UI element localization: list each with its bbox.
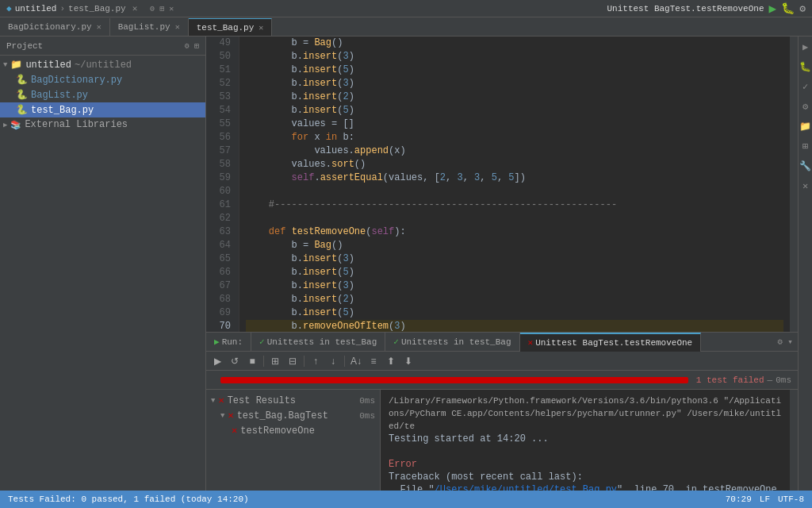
right-icon-5[interactable]: 📁 (798, 119, 812, 134)
prev-fail-btn[interactable]: ↑ (308, 353, 324, 369)
unittests1-icon: ✓ (259, 337, 265, 347)
code-line-53: b.insert(2) (246, 90, 783, 104)
unittest-remove-icon: ✕ (528, 337, 534, 348)
testbag-file-icon: 🐍 (16, 104, 28, 116)
tab-label-baglist: BagList.py (118, 22, 170, 32)
next-fail-btn[interactable]: ↓ (325, 353, 341, 369)
right-icon-8[interactable]: ✕ (801, 179, 810, 194)
tab-close-bagdictionary[interactable]: ✕ (97, 22, 102, 32)
ln-68: 68 (206, 293, 234, 306)
bottom-tab-unittests1-label: Unittests in test_Bag (267, 337, 377, 347)
sidebar-title: Project (6, 41, 43, 51)
code-line-70: b.removeOneOfItem(3) (246, 320, 783, 332)
code-line-56: for x in b: (246, 131, 783, 144)
stop-btn[interactable]: ■ (244, 353, 260, 369)
test-tree-results[interactable]: ▼ ✕ Test Results 0ms (206, 393, 380, 408)
ln-53: 53 (206, 90, 234, 104)
bottom-tab-run[interactable]: ▶ Run: (206, 333, 251, 352)
bottom-tab-unittests1[interactable]: ✓ Unittests in test_Bag (251, 333, 385, 352)
results-chevron: ▼ (211, 397, 215, 405)
debug-button[interactable]: 🐛 (781, 2, 795, 15)
output-error-label: Error (389, 458, 782, 471)
results-time: 0ms (359, 396, 375, 406)
filter-btn[interactable]: ≡ (366, 353, 381, 369)
right-icon-4[interactable]: ⚙ (801, 99, 810, 114)
code-line-59: self.assertEqual(values, [2, 3, 3, 5, 5]… (246, 171, 783, 185)
output-scrollbar[interactable] (790, 390, 798, 491)
bottom-settings[interactable]: ⚙ ▾ (772, 337, 798, 347)
tab-close-baglist[interactable]: ✕ (175, 22, 180, 32)
right-icon-1[interactable]: ▶ (801, 40, 810, 55)
bagtest-time: 0ms (359, 411, 375, 421)
ln-70: 70 (206, 320, 234, 332)
code-line-67: b.insert(3) (246, 279, 783, 293)
test-tree: ▼ ✕ Test Results 0ms ▼ ✕ test_Bag.BagTes… (206, 390, 381, 491)
tab-close-testbag[interactable]: ✕ (259, 23, 263, 33)
test-output[interactable]: /Library/Frameworks/Python.framework/Ver… (381, 390, 790, 491)
bottom-panel: ▶ Run: ✓ Unittests in test_Bag ✓ Unittes… (206, 332, 798, 491)
result-dash: — (768, 375, 773, 385)
settings-button[interactable]: ⚙ (799, 2, 806, 15)
code-line-55: values = [] (246, 117, 783, 131)
trace1-link[interactable]: /Users/mike/untitled/test_Bag.py (435, 484, 617, 491)
top-bar-left: ◆ untitled › test_Bag.py ✕ ⚙ ⊞ ✕ (6, 3, 174, 13)
rerun-btn[interactable]: ↺ (227, 353, 243, 369)
test-tree-bagtest[interactable]: ▼ ✕ test_Bag.BagTest 0ms (206, 408, 380, 423)
top-icons: ⚙ ⊞ ✕ (150, 4, 174, 13)
test-tree-removeone[interactable]: ✕ testRemoveOne (206, 423, 380, 438)
status-left: Tests Failed: 0 passed, 1 failed (today … (8, 495, 249, 504)
import-btn[interactable]: ⬆ (383, 353, 399, 369)
sidebar-content: ▼ 📁 untitled ~/untitled 🐍 BagDictionary.… (0, 56, 205, 491)
run-tests-btn[interactable]: ▶ (209, 353, 225, 369)
ln-66: 66 (206, 266, 234, 279)
sidebar-item-project[interactable]: ▼ 📁 untitled ~/untitled (0, 57, 205, 72)
bottom-tab-unittests2[interactable]: ✓ Unittests in test_Bag (385, 333, 519, 352)
sidebar-extlibs-label: External Libraries (25, 119, 128, 130)
code-line-51: b.insert(5) (246, 64, 783, 77)
output-blank1 (389, 445, 782, 458)
sidebar-item-extlibs[interactable]: ▶ 📚 External Libraries (0, 117, 205, 132)
right-icons: ▶ 🐛 ✓ ⚙ 📁 ⊞ 🔧 ✕ (798, 37, 812, 491)
bagtest-label: test_Bag.BagTest (237, 410, 328, 421)
result-progress (220, 377, 688, 383)
test-result-bar: 1 test failed — 0ms (206, 371, 798, 390)
right-icon-2[interactable]: 🐛 (798, 60, 812, 75)
right-icon-6[interactable]: ⊞ (801, 139, 810, 154)
ln-56: 56 (206, 131, 234, 144)
tab-bar: BagDictionary.py ✕ BagList.py ✕ test_Bag… (0, 17, 812, 37)
editor-scrollbar[interactable] (790, 37, 798, 332)
ln-52: 52 (206, 77, 234, 90)
code-area[interactable]: b = Bag() b.insert(3) b.insert(5) b.inse… (239, 37, 790, 332)
code-line-69: b.insert(5) (246, 306, 783, 320)
editor-content: 49 50 51 52 53 54 55 56 57 58 59 60 61 6… (206, 37, 798, 332)
unittests2-icon: ✓ (393, 337, 399, 347)
run-button[interactable]: ▶ (769, 1, 777, 17)
right-icon-3[interactable]: ✓ (801, 79, 810, 94)
bottom-tab-bar: ▶ Run: ✓ Unittests in test_Bag ✓ Unittes… (206, 333, 798, 352)
tab-bagdictionary[interactable]: BagDictionary.py ✕ (0, 18, 110, 36)
result-text: 1 test failed (696, 375, 764, 385)
collapse-btn[interactable]: ⊟ (285, 353, 301, 369)
ln-69: 69 (206, 306, 234, 320)
status-charset: UTF-8 (778, 495, 804, 504)
sidebar-project-label: untitled (25, 60, 71, 71)
status-right: 70:29 LF UTF-8 (726, 495, 804, 504)
ln-57: 57 (206, 144, 234, 158)
sidebar-item-testbag[interactable]: 🐍 test_Bag.py (0, 102, 205, 117)
sidebar-item-baglist[interactable]: 🐍 BagList.py (0, 87, 205, 102)
code-line-64: b = Bag() (246, 239, 783, 252)
toolbar-sep-1 (263, 356, 264, 367)
expand-btn[interactable]: ⊞ (267, 353, 283, 369)
export-btn[interactable]: ⬇ (400, 353, 416, 369)
sort-alpha-btn[interactable]: A↓ (348, 353, 364, 369)
tab-baglist[interactable]: BagList.py ✕ (110, 18, 189, 36)
removeone-label: testRemoveOne (240, 425, 315, 437)
right-icon-7[interactable]: 🔧 (798, 159, 812, 174)
sidebar-item-bagdictionary[interactable]: 🐍 BagDictionary.py (0, 72, 205, 87)
code-line-49: b = Bag() (246, 37, 783, 50)
status-position: 70:29 (726, 495, 752, 504)
status-left-text: Tests Failed: 0 passed, 1 failed (today … (8, 495, 249, 504)
ln-65: 65 (206, 252, 234, 266)
tab-testbag[interactable]: test_Bag.py ✕ (189, 18, 273, 36)
bottom-tab-unittest-remove[interactable]: ✕ Unittest BagTest.testRemoveOne (520, 333, 702, 352)
